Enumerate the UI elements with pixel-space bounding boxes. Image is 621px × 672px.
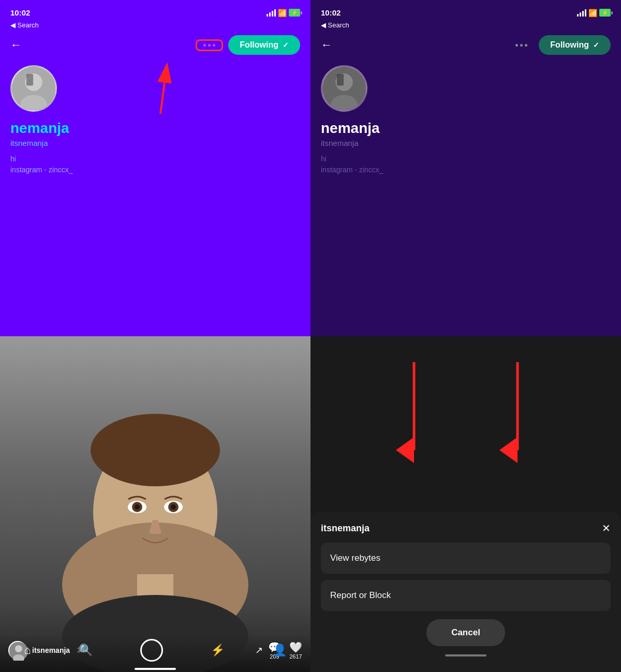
modal-title: itsnemanja (321, 523, 369, 534)
status-icons-tr: 📶 ⚡ (577, 9, 611, 17)
video-content (0, 336, 310, 672)
modal-header: itsnemanja ✕ (321, 522, 611, 534)
profile-name-tl: nemanja (10, 120, 300, 137)
home-indicator-bl (135, 668, 176, 670)
nav-right-tr: Following ✓ (509, 35, 611, 55)
video-background: itsnemanja 3h ↗ 💬 209 🤍 2617 ⌂ 🔍 (0, 336, 310, 673)
check-icon-tl: ✓ (283, 41, 289, 49)
signal-bar-1 (267, 14, 268, 17)
profile-username-tr: itsnemanja (321, 139, 611, 147)
svg-rect-9 (337, 74, 344, 85)
bottom-nav: ⌂ 🔍 ⚡ 👤 (0, 633, 310, 672)
svg-point-19 (135, 504, 140, 510)
nav-row-tl: ← Following ✓ (10, 35, 300, 55)
profile-bio-tl: hi instagram - zinccx_ (10, 154, 300, 175)
time-tl: 10:02 (10, 8, 30, 17)
bottom-left-panel: itsnemanja 3h ↗ 💬 209 🤍 2617 ⌂ 🔍 (0, 336, 310, 673)
battery-icon-tr: ⚡ (599, 9, 611, 17)
profile-name-tr: nemanja (321, 120, 611, 137)
following-label-tr: Following (550, 40, 589, 50)
svg-point-22 (171, 504, 176, 510)
search-nav-button[interactable]: 🔍 (79, 644, 93, 657)
cancel-label: Cancel (451, 628, 480, 637)
signal-bar-4 (274, 9, 276, 17)
nav-right-tl: Following ✓ (196, 35, 300, 55)
status-bar-tl: 10:02 📶 ⚡ (10, 8, 300, 17)
signal-icon (267, 9, 276, 17)
battery-icon: ⚡ (289, 9, 300, 17)
wifi-icon-tr: 📶 (588, 9, 597, 17)
dot-tr-2 (520, 44, 523, 47)
dot-tr-1 (515, 44, 518, 47)
home-nav-button[interactable]: ⌂ (24, 644, 31, 657)
view-rebytes-label: View rebytes (330, 553, 380, 563)
search-row-tr: ◀ Search (321, 21, 611, 29)
annotation-arrows-br (310, 347, 621, 502)
wifi-icon: 📶 (278, 9, 287, 17)
following-button-tl[interactable]: Following ✓ (228, 35, 300, 55)
back-button-tl[interactable]: ← (10, 38, 22, 52)
flash-nav-button[interactable]: ⚡ (211, 644, 225, 657)
bio-line1-tl: hi (10, 154, 300, 165)
modal-close-button[interactable]: ✕ (602, 522, 611, 534)
svg-rect-3 (26, 74, 33, 85)
bio-line2-tr: instagram - zinccx_ (321, 165, 611, 175)
check-icon-tr: ✓ (593, 41, 599, 49)
cancel-button[interactable]: Cancel (426, 619, 505, 646)
signal-bar-2 (269, 12, 271, 17)
profile-bio-tr: hi instagram - zinccx_ (321, 154, 611, 175)
three-dots-button-tl[interactable] (196, 39, 223, 51)
following-button-tr[interactable]: Following ✓ (539, 35, 611, 55)
bio-line1-tr: hi (321, 154, 611, 165)
nav-row-tr: ← Following ✓ (321, 35, 611, 55)
status-icons-tl: 📶 ⚡ (267, 9, 300, 17)
avatar-tr (321, 65, 367, 112)
avatar-tl (10, 65, 57, 112)
dot-3 (213, 44, 215, 47)
report-block-button[interactable]: Report or Block (321, 580, 611, 611)
following-label-tl: Following (240, 40, 278, 50)
bio-line2-tl: instagram - zinccx_ (10, 165, 300, 175)
profile-nav-button[interactable]: 👤 (273, 644, 287, 657)
bottom-right-panel: itsnemanja ✕ View rebytes Report or Bloc… (310, 336, 621, 673)
svg-point-14 (91, 414, 220, 486)
signal-icon-tr (577, 9, 586, 17)
time-tr: 10:02 (321, 8, 341, 17)
status-bar-tr: 10:02 📶 ⚡ (321, 8, 611, 17)
search-back-tl[interactable]: ◀ Search (10, 21, 39, 29)
svg-line-5 (160, 83, 165, 114)
dot-2 (208, 44, 211, 47)
video-overlay: itsnemanja 3h ↗ 💬 209 🤍 2617 ⌂ 🔍 (0, 635, 310, 672)
back-button-tr[interactable]: ← (321, 38, 332, 52)
three-dots-button-tr[interactable] (509, 41, 534, 50)
top-right-panel: 10:02 📶 ⚡ ◀ Search ← Following (310, 0, 621, 336)
dot-tr-3 (525, 44, 527, 47)
signal-bar-3 (272, 11, 273, 17)
modal-sheet: itsnemanja ✕ View rebytes Report or Bloc… (310, 512, 621, 672)
dot-1 (203, 44, 206, 47)
home-indicator-br (445, 654, 486, 656)
top-left-panel: 10:02 📶 ⚡ ◀ Search ← Following (0, 0, 310, 336)
report-block-label: Report or Block (330, 590, 391, 600)
record-button[interactable] (140, 639, 163, 662)
profile-username-tl: itsnemanja (10, 139, 300, 147)
search-back-tr[interactable]: ◀ Search (321, 21, 349, 29)
search-row-tl: ◀ Search (10, 21, 300, 29)
view-rebytes-button[interactable]: View rebytes (321, 543, 611, 574)
